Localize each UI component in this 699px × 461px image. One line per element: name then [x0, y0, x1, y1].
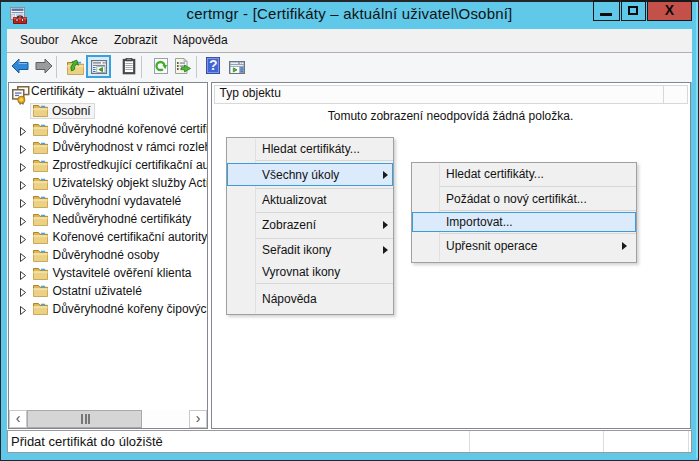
svg-text:?: ?	[209, 57, 218, 73]
